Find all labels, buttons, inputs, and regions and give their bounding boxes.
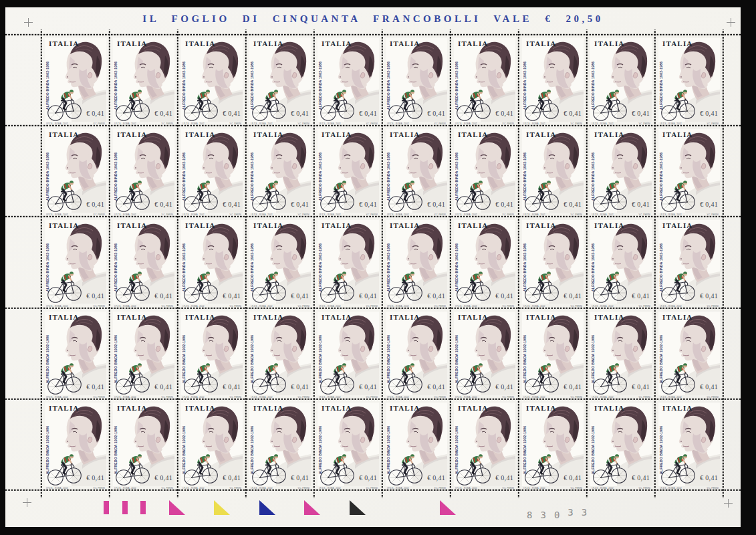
stamp-country-label: ITALIA bbox=[526, 404, 557, 412]
stamp-subject-label: ALFREDO BINDA 1902-1986 bbox=[318, 334, 322, 383]
stamp: ITALIA ALFREDO BINDA 1902-1986 € 0,41 I.… bbox=[655, 308, 723, 399]
stamp-denomination: € 0,41 bbox=[632, 110, 650, 117]
stamp-imprint-designer: V.C. PERINI bbox=[571, 486, 582, 489]
stamp: ITALIA ALFREDO BINDA 1902-1986 € 0,41 I.… bbox=[178, 35, 246, 126]
stamp-imprint-designer: V.C. PERINI bbox=[434, 304, 446, 307]
stamp-subject-label: ALFREDO BINDA 1902-1986 bbox=[386, 152, 390, 201]
stamp-subject-label: ALFREDO BINDA 1902-1986 bbox=[523, 243, 527, 292]
stamp-subject-label: ALFREDO BINDA 1902-1986 bbox=[45, 334, 49, 383]
sheet-number: 83033 bbox=[527, 508, 595, 519]
stamp-imprint-designer: V.C. PERINI bbox=[94, 213, 105, 216]
stamp-subject-label: ALFREDO BINDA 1902-1986 bbox=[45, 62, 49, 110]
stamp-imprint-designer: V.C. PERINI bbox=[162, 486, 173, 489]
stamp-denomination: € 0,41 bbox=[86, 110, 104, 117]
stamp-imprint-designer: V.C. PERINI bbox=[503, 304, 514, 307]
stamp-subject-label: ALFREDO BINDA 1902-1986 bbox=[114, 62, 118, 110]
stamp-imprint-printer: I.P.Z.S. - ROMA - 2002 bbox=[455, 213, 477, 216]
stamp-subject-label: ALFREDO BINDA 1902-1986 bbox=[250, 243, 254, 292]
stamp-country-label: ITALIA bbox=[322, 313, 352, 321]
stamp-imprint-designer: V.C. PERINI bbox=[639, 122, 650, 125]
stamp-subject-label: ALFREDO BINDA 1902-1986 bbox=[250, 62, 254, 110]
stamp: ITALIA ALFREDO BINDA 1902-1986 € 0,41 I.… bbox=[655, 35, 723, 126]
stamp-denomination: € 0,41 bbox=[154, 110, 172, 117]
stamp-imprint-designer: V.C. PERINI bbox=[639, 304, 650, 307]
stamp-country-label: ITALIA bbox=[390, 221, 420, 229]
stamp-imprint-designer: V.C. PERINI bbox=[298, 122, 309, 125]
stamp: ITALIA ALFREDO BINDA 1902-1986 € 0,41 I.… bbox=[110, 217, 178, 308]
stamp-imprint-printer: I.P.Z.S. - ROMA - 2002 bbox=[319, 213, 340, 216]
stamp: ITALIA ALFREDO BINDA 1902-1986 € 0,41 I.… bbox=[519, 35, 587, 126]
stamp-sheet: IL FOGLIO DI CINQUANTA FRANCOBOLLI VALE … bbox=[5, 7, 741, 527]
stamp-subject-label: ALFREDO BINDA 1902-1986 bbox=[659, 62, 663, 110]
stamp-imprint-designer: V.C. PERINI bbox=[366, 122, 378, 125]
stamp-imprint-printer: I.P.Z.S. - ROMA - 2002 bbox=[251, 486, 272, 489]
registration-cross-top-right bbox=[727, 18, 735, 27]
stamp-denomination: € 0,41 bbox=[86, 201, 104, 208]
stamp-imprint-designer: V.C. PERINI bbox=[434, 395, 446, 398]
stamp-imprint-designer: V.C. PERINI bbox=[230, 304, 241, 307]
stamp-imprint-printer: I.P.Z.S. - ROMA - 2002 bbox=[114, 122, 136, 125]
stamp: ITALIA ALFREDO BINDA 1902-1986 € 0,41 I.… bbox=[178, 399, 246, 490]
stamp-imprint-designer: V.C. PERINI bbox=[707, 213, 719, 216]
stamp-imprint-designer: V.C. PERINI bbox=[230, 213, 241, 216]
stamp-imprint-designer: V.C. PERINI bbox=[298, 395, 309, 398]
stamp-imprint-designer: V.C. PERINI bbox=[162, 122, 173, 125]
stamp-subject-label: ALFREDO BINDA 1902-1986 bbox=[455, 152, 459, 201]
stamp-imprint-designer: V.C. PERINI bbox=[707, 486, 719, 489]
stamp-denomination: € 0,41 bbox=[700, 201, 718, 208]
stamp-imprint-printer: I.P.Z.S. - ROMA - 2002 bbox=[660, 122, 681, 125]
stamp-imprint-printer: I.P.Z.S. - ROMA - 2002 bbox=[114, 395, 136, 398]
stamp-imprint-printer: I.P.Z.S. - ROMA - 2002 bbox=[319, 122, 340, 125]
stamp: ITALIA ALFREDO BINDA 1902-1986 € 0,41 I.… bbox=[382, 126, 451, 217]
stamp-denomination: € 0,41 bbox=[154, 383, 172, 391]
stamp-imprint-designer: V.C. PERINI bbox=[571, 213, 582, 216]
stamp-country-label: ITALIA bbox=[390, 313, 420, 321]
stamp-subject-label: ALFREDO BINDA 1902-1986 bbox=[386, 62, 390, 110]
stamp-denomination: € 0,41 bbox=[700, 383, 718, 391]
stamp-denomination: € 0,41 bbox=[632, 201, 650, 208]
stamp-denomination: € 0,41 bbox=[359, 292, 377, 300]
sheet-number-digit: 3 bbox=[568, 507, 581, 518]
stamp-imprint-designer: V.C. PERINI bbox=[366, 395, 378, 398]
sheet-number-digit: 3 bbox=[540, 510, 553, 520]
stamp-imprint-printer: I.P.Z.S. - ROMA - 2002 bbox=[46, 304, 68, 307]
stamp-imprint-designer: V.C. PERINI bbox=[434, 486, 446, 489]
registration-cross-bottom-right bbox=[724, 499, 733, 508]
stamp-denomination: € 0,41 bbox=[291, 474, 309, 481]
stamp-imprint-printer: I.P.Z.S. - ROMA - 2002 bbox=[182, 213, 204, 216]
stamp-country-label: ITALIA bbox=[253, 313, 284, 321]
stamp: ITALIA ALFREDO BINDA 1902-1986 € 0,41 I.… bbox=[246, 126, 314, 217]
stamp-country-label: ITALIA bbox=[322, 221, 352, 229]
stamp-subject-label: ALFREDO BINDA 1902-1986 bbox=[455, 425, 459, 473]
stamp-imprint-designer: V.C. PERINI bbox=[162, 395, 173, 398]
stamp-subject-label: ALFREDO BINDA 1902-1986 bbox=[659, 243, 663, 292]
stamp-imprint-printer: I.P.Z.S. - ROMA - 2002 bbox=[182, 486, 204, 489]
stamp-imprint-printer: I.P.Z.S. - ROMA - 2002 bbox=[660, 486, 681, 489]
stamp: ITALIA ALFREDO BINDA 1902-1986 € 0,41 I.… bbox=[246, 399, 314, 490]
stamp-subject-label: ALFREDO BINDA 1902-1986 bbox=[455, 334, 459, 383]
stamp-country-label: ITALIA bbox=[662, 404, 693, 412]
stamp-country-label: ITALIA bbox=[49, 39, 80, 47]
color-bar-#d8419c bbox=[104, 501, 109, 514]
stamp-country-label: ITALIA bbox=[390, 404, 420, 412]
stamp-country-label: ITALIA bbox=[49, 404, 80, 412]
stamp-imprint-printer: I.P.Z.S. - ROMA - 2002 bbox=[660, 304, 681, 307]
stamp: ITALIA ALFREDO BINDA 1902-1986 € 0,41 I.… bbox=[451, 399, 519, 490]
stamp: ITALIA ALFREDO BINDA 1902-1986 € 0,41 I.… bbox=[451, 217, 519, 308]
stamp-imprint-printer: I.P.Z.S. - ROMA - 2002 bbox=[251, 122, 272, 125]
stamp-imprint-printer: I.P.Z.S. - ROMA - 2002 bbox=[523, 122, 545, 125]
stamp-imprint-designer: V.C. PERINI bbox=[434, 213, 446, 216]
stamp: ITALIA ALFREDO BINDA 1902-1986 € 0,41 I.… bbox=[314, 399, 382, 490]
stamp-country-label: ITALIA bbox=[185, 221, 216, 229]
stamp-imprint-printer: I.P.Z.S. - ROMA - 2002 bbox=[592, 213, 613, 216]
stamp-denomination: € 0,41 bbox=[359, 474, 377, 481]
stamp-denomination: € 0,41 bbox=[632, 474, 650, 481]
stamp: ITALIA ALFREDO BINDA 1902-1986 € 0,41 I.… bbox=[41, 399, 110, 490]
stamp: ITALIA ALFREDO BINDA 1902-1986 € 0,41 I.… bbox=[587, 399, 655, 490]
stamp-imprint-printer: I.P.Z.S. - ROMA - 2002 bbox=[592, 304, 613, 307]
stamp-country-label: ITALIA bbox=[322, 130, 352, 138]
stamp: ITALIA ALFREDO BINDA 1902-1986 € 0,41 I.… bbox=[110, 399, 178, 490]
stamp-imprint-designer: V.C. PERINI bbox=[230, 122, 241, 125]
color-triangle-magenta bbox=[169, 500, 185, 515]
stamp-imprint-designer: V.C. PERINI bbox=[503, 395, 514, 398]
